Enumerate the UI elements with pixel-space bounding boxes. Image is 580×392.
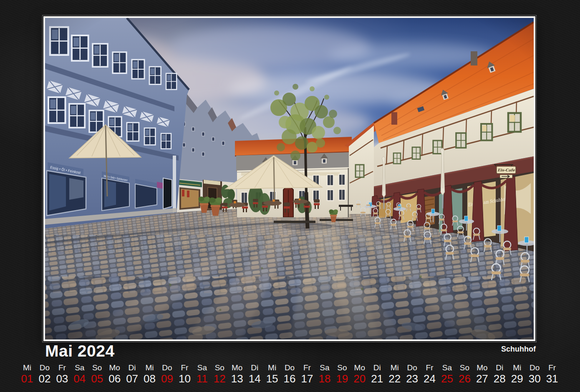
- weekday-label: Mo: [473, 364, 491, 372]
- calendar-photo-frame: Essig • Öl • Feinkost Wein • Sekt • Spir…: [43, 16, 535, 341]
- weekday-label: Do: [403, 364, 421, 372]
- weekday-label: Di: [124, 364, 141, 372]
- photo-vignette: [45, 18, 534, 339]
- calendar-day: Di14: [246, 364, 263, 384]
- calendar-day: Fr10: [176, 364, 193, 384]
- weekday-label: Fr: [176, 364, 193, 372]
- date-number: 01: [18, 373, 36, 384]
- date-number: 16: [281, 373, 298, 384]
- date-number: 25: [439, 373, 456, 384]
- date-number: 29: [508, 373, 526, 384]
- date-number: 24: [421, 373, 439, 384]
- calendar-day: Mi29: [508, 364, 526, 384]
- calendar-day: Do30: [526, 364, 543, 384]
- weekday-label: Do: [36, 364, 53, 372]
- date-number: 04: [71, 373, 88, 384]
- weekday-label: Mo: [351, 364, 368, 372]
- calendar-day: Fr03: [53, 364, 71, 384]
- weekday-label: Do: [526, 364, 543, 372]
- calendar-day: Mi22: [386, 364, 403, 384]
- calendar-day: Mo20: [351, 364, 368, 384]
- date-number: 23: [403, 373, 421, 384]
- photo-caption: Schuhhof: [501, 345, 536, 354]
- date-number: 02: [36, 373, 53, 384]
- date-number: 03: [53, 373, 71, 384]
- month-title: Mai 2024: [45, 342, 115, 360]
- date-number: 05: [88, 373, 106, 384]
- calendar-day: Mi08: [141, 364, 159, 384]
- date-number: 13: [228, 373, 246, 384]
- weekday-label: Mi: [141, 364, 159, 372]
- weekday-label: Mi: [18, 364, 36, 372]
- calendar-day: Fr24: [421, 364, 439, 384]
- date-number: 08: [141, 373, 159, 384]
- calendar-strip: Mi01Do02Fr03Sa04So05Mo06Di07Mi08Do09Fr10…: [18, 364, 561, 384]
- calendar-day: Di07: [124, 364, 141, 384]
- calendar-day: Mo13: [228, 364, 246, 384]
- date-number: 06: [106, 373, 124, 384]
- calendar-day: Mi01: [18, 364, 36, 384]
- calendar-day: Mo27: [473, 364, 491, 384]
- date-number: 21: [368, 373, 386, 384]
- date-number: 11: [193, 373, 211, 384]
- date-number: 07: [124, 373, 141, 384]
- calendar-day: Di28: [491, 364, 508, 384]
- weekday-label: Sa: [316, 364, 333, 372]
- weekday-label: Do: [159, 364, 176, 372]
- weekday-label: Mi: [386, 364, 403, 372]
- calendar-day: Mi15: [263, 364, 281, 384]
- date-number: 31: [543, 373, 561, 384]
- calendar-day: So12: [211, 364, 228, 384]
- weekday-label: So: [333, 364, 351, 372]
- weekday-label: Do: [281, 364, 298, 372]
- date-number: 22: [386, 373, 403, 384]
- weekday-label: Di: [491, 364, 508, 372]
- weekday-label: Sa: [439, 364, 456, 372]
- weekday-label: Di: [246, 364, 263, 372]
- calendar-day: Do02: [36, 364, 53, 384]
- date-number: 14: [246, 373, 263, 384]
- weekday-label: Fr: [53, 364, 71, 372]
- date-number: 30: [526, 373, 543, 384]
- calendar-day: Fr17: [298, 364, 316, 384]
- chalkboard-background: Essig • Öl • Feinkost Wein • Sekt • Spir…: [0, 0, 580, 392]
- date-number: 17: [298, 373, 316, 384]
- weekday-label: Di: [368, 364, 386, 372]
- calendar-day: So05: [88, 364, 106, 384]
- weekday-label: Fr: [421, 364, 439, 372]
- date-number: 28: [491, 373, 508, 384]
- date-number: 12: [211, 373, 228, 384]
- calendar-day: Sa18: [316, 364, 333, 384]
- weekday-label: Sa: [193, 364, 211, 372]
- weekday-label: Mo: [106, 364, 124, 372]
- weekday-label: So: [88, 364, 106, 372]
- weekday-label: Sa: [71, 364, 88, 372]
- date-number: 27: [473, 373, 491, 384]
- calendar-day: So19: [333, 364, 351, 384]
- weekday-label: Fr: [298, 364, 316, 372]
- date-number: 18: [316, 373, 333, 384]
- calendar-day: Do16: [281, 364, 298, 384]
- calendar-day: Mo06: [106, 364, 124, 384]
- date-number: 09: [159, 373, 176, 384]
- calendar-day: Sa04: [71, 364, 88, 384]
- calendar-day: So26: [456, 364, 473, 384]
- calendar-day: Fr31: [543, 364, 561, 384]
- date-number: 10: [176, 373, 193, 384]
- calendar-day: Sa25: [439, 364, 456, 384]
- weekday-label: Fr: [543, 364, 561, 372]
- calendar-day: Do09: [159, 364, 176, 384]
- weekday-label: So: [211, 364, 228, 372]
- weekday-label: Mi: [263, 364, 281, 372]
- calendar-day: Do23: [403, 364, 421, 384]
- date-number: 19: [333, 373, 351, 384]
- date-number: 15: [263, 373, 281, 384]
- weekday-label: Mi: [508, 364, 526, 372]
- schuhhof-square-photo: Essig • Öl • Feinkost Wein • Sekt • Spir…: [45, 18, 534, 339]
- weekday-label: Mo: [228, 364, 246, 372]
- calendar-day: Sa11: [193, 364, 211, 384]
- date-number: 20: [351, 373, 368, 384]
- date-number: 26: [456, 373, 473, 384]
- calendar-day: Di21: [368, 364, 386, 384]
- weekday-label: So: [456, 364, 473, 372]
